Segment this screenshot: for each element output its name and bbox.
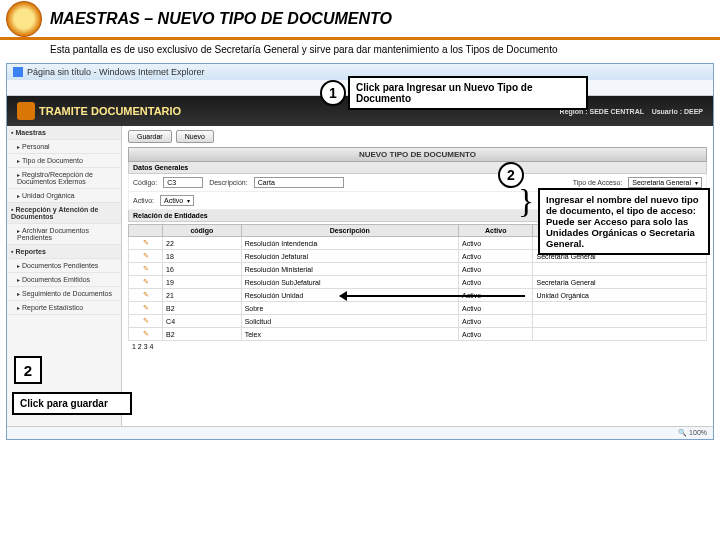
table-row: ✎B2TelexActivo: [129, 328, 707, 341]
sidebar-item[interactable]: Unidad Orgánica: [7, 189, 121, 203]
sidebar-group[interactable]: Reportes: [7, 245, 121, 259]
page-title: MAESTRAS – NUEVO TIPO DE DOCUMENTO: [50, 10, 392, 28]
edit-icon[interactable]: ✎: [129, 263, 163, 276]
table-row: ✎C4SolicitudActivo: [129, 315, 707, 328]
activo-dropdown[interactable]: Activo: [160, 195, 194, 206]
page-subtitle: Esta pantalla es de uso exclusivo de Sec…: [0, 40, 720, 61]
sidebar-item[interactable]: Registro/Recepción de Documentos Externo…: [7, 168, 121, 189]
guardar-button[interactable]: Guardar: [128, 130, 172, 143]
arrow-icon: [340, 295, 525, 297]
desc-field[interactable]: Carta: [254, 177, 344, 188]
edit-icon[interactable]: ✎: [129, 315, 163, 328]
callout-3: Click para guardar: [12, 392, 132, 415]
edit-icon[interactable]: ✎: [129, 250, 163, 263]
table-header: Activo: [458, 225, 532, 237]
sidebar-item[interactable]: Reporte Estadístico: [7, 301, 121, 315]
sidebar-item[interactable]: Seguimiento de Documentos: [7, 287, 121, 301]
marker-1: 1: [320, 80, 346, 106]
marker-2-bottom: 2: [14, 356, 42, 384]
codigo-field[interactable]: C3: [163, 177, 203, 188]
ministry-seal-icon: [6, 1, 42, 37]
edit-icon[interactable]: ✎: [129, 289, 163, 302]
zoom-level: 🔍 100%: [678, 429, 707, 437]
table-header: [129, 225, 163, 237]
table-row: ✎16Resolución MinisterialActivo: [129, 263, 707, 276]
edit-icon[interactable]: ✎: [129, 237, 163, 250]
sidebar-group[interactable]: Maestras: [7, 126, 121, 140]
sidebar-item[interactable]: Documentos Pendientes: [7, 259, 121, 273]
table-row: ✎19Resolución SubJefaturalActivoSecretar…: [129, 276, 707, 289]
edit-icon[interactable]: ✎: [129, 328, 163, 341]
app-logo-icon: [17, 102, 35, 120]
tipo-acceso-dropdown[interactable]: Secretaria General: [628, 177, 702, 188]
ie-statusbar: 🔍 100%: [7, 426, 713, 439]
sidebar-item[interactable]: Personal: [7, 140, 121, 154]
ie-icon: [13, 67, 23, 77]
content-area: Guardar Nuevo NUEVO TIPO DE DOCUMENTO Da…: [122, 126, 713, 426]
panel-title: NUEVO TIPO DE DOCUMENTO: [128, 147, 707, 162]
table-row: ✎B2SobreActivo: [129, 302, 707, 315]
edit-icon[interactable]: ✎: [129, 302, 163, 315]
table-header: Descripción: [241, 225, 458, 237]
sidebar-item[interactable]: Tipo de Documento: [7, 154, 121, 168]
callout-1: Click para Ingresar un Nuevo Tipo de Doc…: [348, 76, 588, 110]
nuevo-button[interactable]: Nuevo: [176, 130, 214, 143]
ie-title-text: Página sin título - Windows Internet Exp…: [27, 67, 205, 77]
table-header: código: [163, 225, 242, 237]
table-pager[interactable]: 1 2 3 4: [128, 341, 707, 352]
edit-icon[interactable]: ✎: [129, 276, 163, 289]
brace-icon: }: [518, 192, 534, 209]
app-title: TRAMITE DOCUMENTARIO: [39, 105, 181, 117]
sidebar-item[interactable]: Archivar Documentos Pendientes: [7, 224, 121, 245]
marker-2-top: 2: [498, 162, 524, 188]
sidebar-item[interactable]: Documentos Emitidos: [7, 273, 121, 287]
panel-generales: Datos Generales: [128, 162, 707, 174]
sidebar-group[interactable]: Recepción y Atención de Documentos: [7, 203, 121, 224]
callout-2: Ingresar el nombre del nuevo tipo de doc…: [538, 188, 710, 255]
